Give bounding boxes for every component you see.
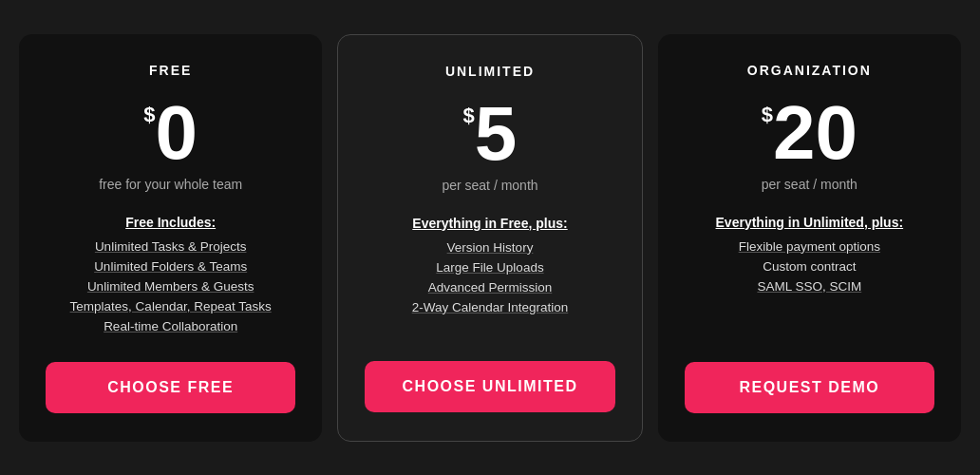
feature-item-organization-0: Flexible payment options bbox=[685, 239, 934, 254]
feature-item-free-3: Templates, Calendar, Repeat Tasks bbox=[46, 299, 295, 314]
features-section-unlimited: Everything in Free, plus: Version Histor… bbox=[365, 216, 614, 338]
features-header-unlimited: Everything in Free, plus: bbox=[365, 216, 614, 231]
feature-item-free-4: Real-time Collaboration bbox=[46, 319, 295, 333]
price-row-unlimited: $ 5 bbox=[463, 96, 518, 172]
cta-button-unlimited[interactable]: CHOOSE UNLIMITED bbox=[365, 361, 614, 412]
feature-item-unlimited-2: Advanced Permission bbox=[365, 280, 614, 294]
cta-button-organization[interactable]: REQUEST DEMO bbox=[685, 362, 934, 413]
features-section-free: Free Includes: Unlimited Tasks & Project… bbox=[46, 215, 295, 339]
plan-card-free: FREE $ 0 free for your whole team Free I… bbox=[19, 34, 322, 442]
plan-name-free: FREE bbox=[149, 63, 192, 78]
feature-item-organization-1: Custom contract bbox=[685, 259, 934, 274]
feature-item-free-0: Unlimited Tasks & Projects bbox=[46, 239, 295, 254]
price-dollar-free: $ bbox=[143, 103, 155, 127]
price-subtitle-unlimited: per seat / month bbox=[442, 178, 537, 193]
feature-item-free-1: Unlimited Folders & Teams bbox=[46, 259, 295, 274]
price-amount-unlimited: 5 bbox=[475, 96, 518, 172]
cta-button-free[interactable]: CHOOSE FREE bbox=[46, 362, 295, 413]
feature-item-unlimited-1: Large File Uploads bbox=[365, 260, 614, 275]
feature-item-unlimited-0: Version History bbox=[365, 240, 614, 255]
features-header-organization: Everything in Unlimited, plus: bbox=[685, 215, 934, 230]
price-row-organization: $ 20 bbox=[762, 95, 858, 171]
feature-item-free-2: Unlimited Members & Guests bbox=[46, 279, 295, 294]
feature-item-organization-2: SAML SSO, SCIM bbox=[685, 279, 934, 294]
plan-name-organization: ORGANIZATION bbox=[747, 63, 872, 78]
plan-card-organization: ORGANIZATION $ 20 per seat / month Every… bbox=[658, 34, 961, 442]
price-amount-free: 0 bbox=[156, 95, 198, 171]
pricing-container: FREE $ 0 free for your whole team Free I… bbox=[19, 34, 961, 442]
price-amount-organization: 20 bbox=[773, 95, 858, 171]
price-dollar-unlimited: $ bbox=[463, 104, 475, 128]
features-header-free: Free Includes: bbox=[46, 215, 295, 230]
feature-item-unlimited-3: 2-Way Calendar Integration bbox=[365, 300, 614, 314]
price-subtitle-free: free for your whole team bbox=[99, 177, 242, 192]
price-dollar-organization: $ bbox=[762, 103, 773, 127]
price-row-free: $ 0 bbox=[143, 95, 198, 171]
features-section-organization: Everything in Unlimited, plus: Flexible … bbox=[685, 215, 934, 339]
plan-card-unlimited: UNLIMITED $ 5 per seat / month Everythin… bbox=[337, 34, 642, 442]
price-subtitle-organization: per seat / month bbox=[762, 177, 858, 192]
plan-name-unlimited: UNLIMITED bbox=[445, 64, 535, 79]
